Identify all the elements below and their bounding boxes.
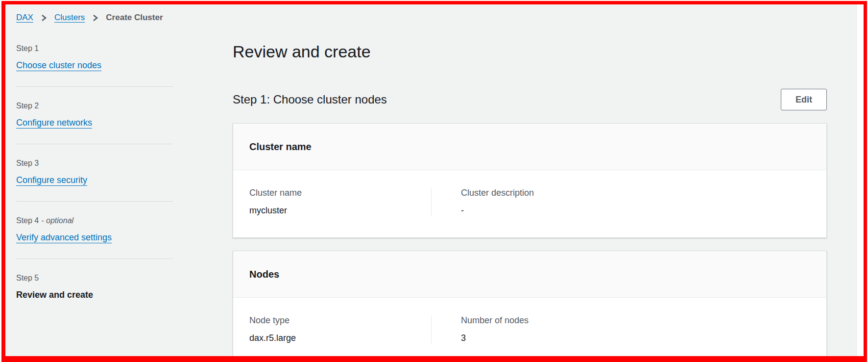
step-number-label: Step 1 [16, 44, 173, 53]
optional-label: - optional [41, 216, 73, 225]
field-cluster-name: Cluster name mycluster [233, 188, 432, 216]
sidebar-item-configure-networks[interactable]: Configure networks [16, 117, 92, 128]
sidebar-item-choose-cluster-nodes[interactable]: Choose cluster nodes [16, 60, 101, 71]
breadcrumb-current-page: Create Cluster [106, 12, 163, 23]
step-number-label: Step 3 [16, 159, 173, 168]
breadcrumb-link-dax[interactable]: DAX [16, 12, 33, 23]
field-value: 3 [461, 333, 826, 343]
sidebar-item-verify-advanced-settings[interactable]: Verify advanced settings [16, 232, 112, 243]
field-value: - [461, 206, 826, 216]
sidebar-item-review-and-create-current: Review and create [16, 289, 173, 300]
sidebar-item-configure-security[interactable]: Configure security [16, 175, 87, 185]
step-group-5: Step 5 Review and create [16, 259, 173, 316]
field-label: Cluster name [249, 188, 431, 198]
cluster-name-card-header: Cluster name [233, 124, 826, 170]
field-number-of-nodes: Number of nodes 3 [432, 315, 826, 343]
step-group-1: Step 1 Choose cluster nodes [16, 23, 173, 87]
step1-section-heading: Step 1: Choose cluster nodes [233, 92, 387, 107]
nodes-card-header: Nodes [233, 251, 826, 298]
field-label: Node type [249, 315, 431, 326]
cluster-name-card-title: Cluster name [249, 141, 810, 153]
field-node-type: Node type dax.r5.large [233, 315, 432, 343]
field-label: Cluster description [461, 188, 826, 198]
field-label: Number of nodes [461, 315, 826, 326]
field-cluster-description: Cluster description - [432, 188, 826, 216]
main-content: Review and create Step 1: Choose cluster… [233, 23, 827, 359]
step-number-label: Step 5 [16, 274, 173, 283]
field-value: dax.r5.large [249, 333, 431, 343]
breadcrumb-link-clusters[interactable]: Clusters [54, 12, 85, 23]
nodes-card-title: Nodes [249, 268, 810, 280]
console-page: DAX Clusters Create Cluster Step 1 Choos… [5, 4, 857, 359]
breadcrumb-chevron-icon [92, 14, 98, 22]
page-title: Review and create [233, 42, 827, 61]
step-group-3: Step 3 Configure security [16, 144, 173, 202]
step-number-label: Step 4- optional [16, 216, 173, 225]
step-group-4: Step 4- optional Verify advanced setting… [16, 202, 173, 259]
step1-section-header: Step 1: Choose cluster nodes Edit [233, 88, 827, 111]
cluster-name-card: Cluster name Cluster name mycluster Clus… [233, 123, 827, 238]
breadcrumb-chevron-icon [41, 14, 47, 22]
step-number-label: Step 2 [16, 102, 173, 110]
wizard-steps-nav: Step 1 Choose cluster nodes Step 2 Confi… [16, 23, 173, 316]
field-value: mycluster [249, 206, 431, 216]
breadcrumb: DAX Clusters Create Cluster [5, 4, 857, 23]
info-alert-partial [249, 358, 810, 359]
edit-button[interactable]: Edit [781, 89, 827, 110]
step-group-2: Step 2 Configure networks [16, 87, 173, 144]
nodes-card: Nodes Node type dax.r5.large Number of n… [233, 251, 827, 359]
